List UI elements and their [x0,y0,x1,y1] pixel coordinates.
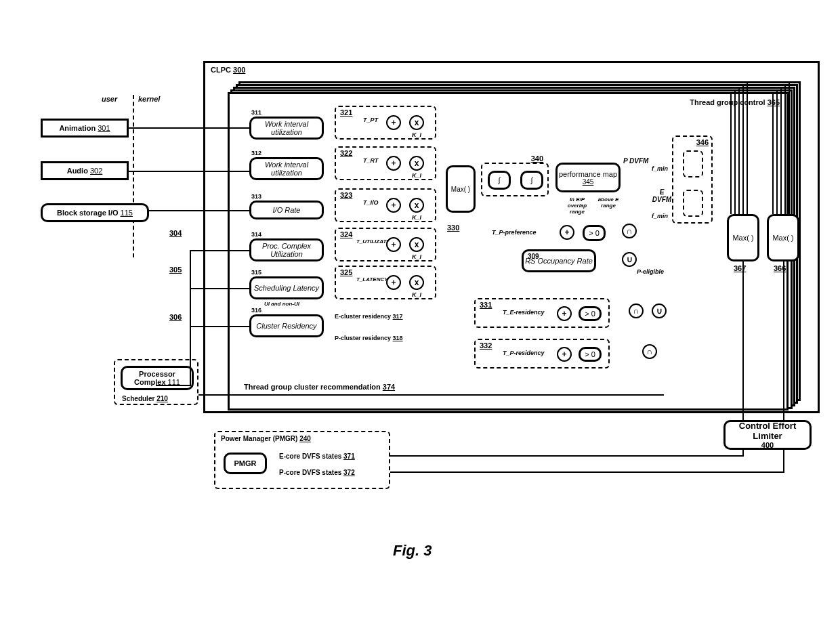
and-top: ∩ [622,224,637,238]
annot-edvfm: E DVFM [650,188,673,203]
annot-pdvfm: P DVFM [623,157,648,165]
pi-325: 325 T_LATENCY + x K_I [335,266,436,299]
bus-304: 304 [169,229,182,237]
clpc-title: CLPC 300 [211,66,245,74]
bus-p5 [747,81,748,214]
source-audio: Audio 302 [41,161,129,180]
processor-complex: Processor Complex 111 [121,366,194,390]
pi-324: 324 T_UTILIZATION + x K_I [335,228,436,261]
rs-rate: 309 RS Occupancy Rate [522,249,596,272]
gt0-e: > 0 [579,306,602,321]
line-anim [129,127,249,129]
perf-map: performance map 345 [555,163,621,192]
line-rec-out [198,394,230,396]
line-cel-in2 [783,261,784,420]
and-e: ∩ [629,303,644,318]
pi-321: 321 T_PT + x K_I [335,106,436,140]
bus-305: 305 [169,266,182,274]
max-366: Max( ) [767,214,799,261]
line-cel-in1 [742,261,744,420]
annot-inep: In E/P overlap range [564,196,591,215]
sum-er: + [557,306,572,321]
gt0-p: > 0 [579,347,602,362]
sum-322: + [386,156,401,171]
bus-e5 [789,81,790,214]
metric-312: 312 Work interval utilization [249,157,324,180]
mux-p [683,150,703,177]
control-effort-limiter: Control Effort Limiter 400 [723,420,812,450]
line-305h [190,288,249,289]
max-id: 330 [447,224,459,232]
int-box: 340 ∫ ∫ [481,163,549,196]
mul-323: x [409,198,424,213]
mul-325: x [409,275,424,290]
metric-311: 311 Work interval utilization [249,117,324,140]
mux-e [683,190,703,217]
line-cel-pmgr-p [390,471,783,473]
mul-321: x [409,115,424,130]
tp-pref: T_P-preference [492,229,537,236]
int-2: ∫ [520,171,543,190]
tp-res: T_P-residency [503,350,545,356]
bus-306: 306 [169,313,182,321]
pmgr-block: PMGR [224,453,267,474]
and-p: ∩ [642,344,657,359]
bus-e2 [776,89,778,214]
pmgr-box: Power Manager (PMGR) 240 PMGR E-core DVF… [214,431,390,489]
tvar-321: T_PT [363,117,378,123]
line-rec [230,394,664,396]
res-331: 331 T_E-residency + > 0 [474,298,610,328]
line-sched-h [156,385,191,386]
line-306h [190,326,249,327]
res-332: 332 T_P-residency + > 0 [474,339,610,369]
annot-abovee: above E range [596,196,621,209]
source-animation: Animation 301 [41,119,129,138]
line-io [149,210,249,211]
metric-315: 315 Scheduling Latency [249,276,324,299]
mul-324: x [409,237,424,252]
scheduler-label: Scheduler 210 [122,395,168,402]
p-cluster-res: P-cluster residency 318 [335,335,403,341]
int-1: ∫ [488,171,511,190]
fmin-e: f_min [652,213,668,219]
or-mid: ∪ [622,252,637,267]
sum-325: + [386,275,401,290]
gt0-tp: > 0 [583,225,606,241]
line-cel-d1 [742,450,744,457]
bus-p2 [734,89,736,214]
sum-323: + [386,198,401,213]
pi-322: 322 T_RT + x K_I [335,146,436,180]
perf-map-id: 345 [583,178,594,186]
sum-321: + [386,115,401,130]
line-audio [129,171,249,172]
sum-tppref: + [560,225,574,240]
user-label: user [102,95,117,103]
figure-caption: Fig. 3 [393,542,432,560]
scheduler-box: Processor Complex 111 Scheduler 210 [114,359,198,405]
bus-p3 [738,87,740,214]
metric-313: 313 I/O Rate [249,201,324,219]
metric-note: UI and non-UI [264,301,299,307]
max-367: Max( ) [727,214,759,261]
e-dvfs: E-core DVFS states 371 [279,453,355,460]
max-367-id: 367 [734,264,746,272]
sum-pr: + [557,347,572,362]
fmin-p: f_min [652,165,668,172]
te-res: T_E-residency [503,309,545,316]
metric-316: 316 Cluster Residency [249,314,324,337]
bus-p1 [730,92,732,214]
user-kernel-divider [133,95,134,257]
sum-324: + [386,237,401,252]
or-e: ∪ [652,303,667,318]
line-cel-pmgr-e [390,455,742,457]
mul-322: x [409,156,424,171]
bus-p4 [742,84,744,214]
e-cluster-res: E-cluster residency 317 [335,313,403,320]
recommendation: Thread group cluster recommendation 374 [244,383,395,391]
metric-314: 314 Proc. Complex Utilization [249,238,324,261]
mux-346: 346 [672,135,713,224]
line-304v [190,250,191,385]
pi-323: 323 T_I/O + x K_I [335,188,436,222]
bus-e4 [784,84,786,214]
max-block: Max( ) [446,165,476,213]
